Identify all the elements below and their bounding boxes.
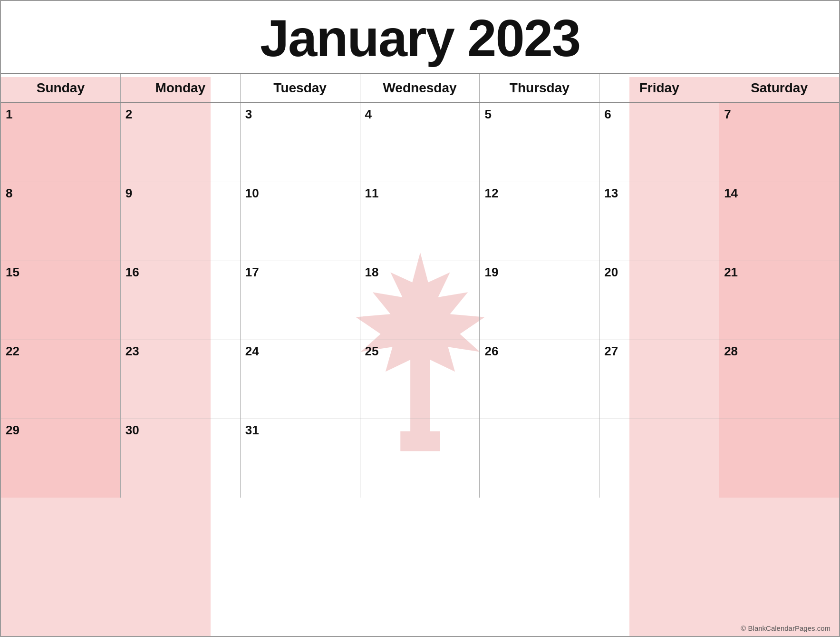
day-cell: 22 — [1, 340, 121, 419]
week-row-2: 891011121314 — [1, 182, 839, 261]
day-cell: 21 — [719, 261, 839, 340]
day-cell — [480, 419, 599, 498]
day-header-thursday: Thursday — [480, 74, 599, 102]
day-cell: 12 — [480, 182, 599, 261]
calendar-header: January 2023 — [1, 1, 839, 73]
day-header-monday: Monday — [121, 74, 241, 102]
day-cell: 28 — [719, 340, 839, 419]
day-cell: 11 — [360, 182, 480, 261]
day-cell: 26 — [480, 340, 599, 419]
day-cell: 31 — [241, 419, 360, 498]
day-header-friday: Friday — [599, 74, 719, 102]
day-cell — [360, 419, 480, 498]
week-row-4: 22232425262728 — [1, 340, 839, 419]
calendar-grid: SundayMondayTuesdayWednesdayThursdayFrid… — [1, 73, 839, 498]
day-cell: 17 — [241, 261, 360, 340]
day-header-tuesday: Tuesday — [241, 74, 360, 102]
day-cell: 4 — [360, 103, 480, 182]
day-cell: 10 — [241, 182, 360, 261]
day-cell: 24 — [241, 340, 360, 419]
day-cell: 7 — [719, 103, 839, 182]
day-cell: 6 — [599, 103, 719, 182]
calendar-weeks: 1234567891011121314151617181920212223242… — [1, 103, 839, 498]
day-cell: 25 — [360, 340, 480, 419]
day-cell: 9 — [121, 182, 241, 261]
day-cell: 8 — [1, 182, 121, 261]
day-cell: 13 — [599, 182, 719, 261]
day-cell: 19 — [480, 261, 599, 340]
day-cell: 29 — [1, 419, 121, 498]
calendar-title: January 2023 — [1, 10, 839, 66]
day-cell: 16 — [121, 261, 241, 340]
day-cell: 18 — [360, 261, 480, 340]
day-cell: 2 — [121, 103, 241, 182]
day-cell: 23 — [121, 340, 241, 419]
day-cell: 15 — [1, 261, 121, 340]
day-cell — [599, 419, 719, 498]
day-header-wednesday: Wednesday — [360, 74, 480, 102]
week-row-3: 15161718192021 — [1, 261, 839, 340]
day-cell: 27 — [599, 340, 719, 419]
day-cell: 20 — [599, 261, 719, 340]
watermark: © BlankCalendarPages.com — [741, 624, 830, 632]
day-cell: 30 — [121, 419, 241, 498]
day-cell: 1 — [1, 103, 121, 182]
day-header-sunday: Sunday — [1, 74, 121, 102]
day-cell: 14 — [719, 182, 839, 261]
day-header-saturday: Saturday — [719, 74, 839, 102]
day-cell — [719, 419, 839, 498]
week-row-1: 1234567 — [1, 103, 839, 182]
day-cell: 3 — [241, 103, 360, 182]
week-row-5: 293031 — [1, 419, 839, 498]
calendar-wrapper: January 2023 SundayMondayTuesdayWednesda… — [0, 0, 840, 637]
day-cell: 5 — [480, 103, 599, 182]
day-headers-row: SundayMondayTuesdayWednesdayThursdayFrid… — [1, 74, 839, 103]
